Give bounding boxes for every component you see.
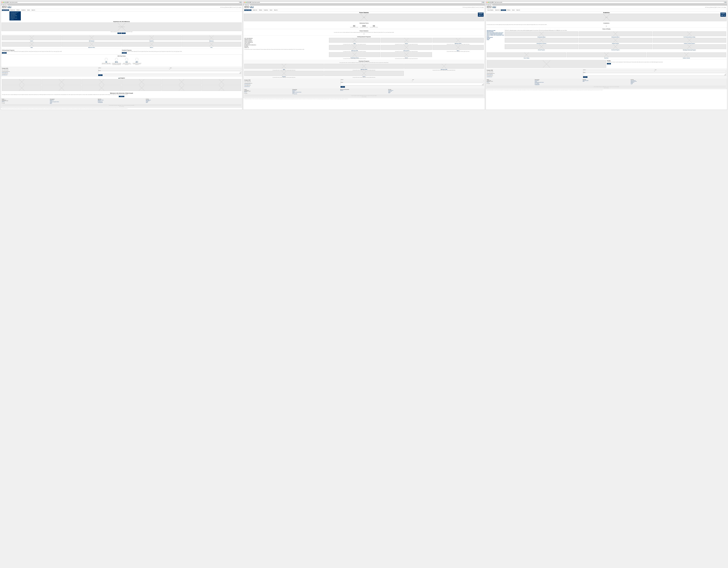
programs-nav-4[interactable]: VISITS & EVENTS	[244, 43, 328, 44]
undergrad-card-admaid[interactable]: Admissions & Aid Lorem ipsum dolor sit a…	[329, 45, 380, 52]
url-bar[interactable]: http://www.usj.edu	[9, 1, 239, 3]
search-button[interactable]: 🔍	[240, 2, 242, 3]
refresh-button[interactable]: ↻	[7, 2, 9, 3]
areas-nav-8[interactable]: LIBRARY	[487, 39, 504, 40]
back-button-2[interactable]: ‹	[247, 2, 248, 3]
instagram-photo-10[interactable]	[162, 85, 201, 91]
nav-athletics-2[interactable]: Athletics	[258, 9, 263, 11]
footer2-graduate[interactable]: Graduate	[292, 91, 340, 92]
undergrad-card-majors[interactable]: Majors Lorem ipsum dolor sit amet, conse…	[432, 45, 484, 52]
resource-card-catalog[interactable]: Course Catalog	[487, 52, 566, 58]
back-button-3[interactable]: ‹	[489, 2, 491, 3]
nav-student-life-1[interactable]: Student Life	[10, 9, 15, 11]
refresh-button-2[interactable]: ↻	[250, 2, 251, 3]
footer3-title-ix[interactable]: Title IX	[631, 84, 678, 84]
footer2-twitter-icon[interactable]: t	[245, 93, 245, 94]
undergrad-card-tuition[interactable]: Tuition and Fees Lorem ipsum dolor sit a…	[381, 45, 432, 52]
footer3-continuing[interactable]: Continuing Undergraduate Students	[535, 82, 582, 83]
footer3-directions[interactable]: Directions	[487, 82, 534, 83]
footer-sitemap[interactable]: Site Map	[146, 101, 193, 102]
nav-student-life-3[interactable]: Student Life	[495, 9, 500, 11]
nav-athletics-1[interactable]: Athletics	[16, 9, 20, 11]
learn-more-circle[interactable]: +	[363, 33, 365, 34]
close-dot-2[interactable]	[244, 2, 245, 3]
programs-nav-7[interactable]: CONTACT US	[244, 47, 328, 48]
footer3-design-center[interactable]: The Design Center	[535, 84, 582, 85]
minimize-dot-2[interactable]	[245, 2, 246, 3]
instagram-photo-5[interactable]	[202, 79, 241, 85]
instagram-photo-9[interactable]	[122, 85, 161, 91]
form-submit-1[interactable]: Submit	[98, 74, 103, 76]
icon-card-appstatus[interactable]: Application Status	[62, 42, 121, 48]
twitter-icon[interactable]: t	[2, 102, 3, 104]
instagram-photo-0[interactable]	[2, 79, 41, 85]
footer2-title-ix[interactable]: Title IX	[388, 93, 436, 93]
icon-card-athletics[interactable]: Athletics	[122, 42, 181, 48]
footer-young-children[interactable]: For Young Children	[98, 101, 145, 102]
footer-campus-dir[interactable]: Campus Directories	[146, 100, 193, 100]
footer-transfer[interactable]: Transfer	[50, 102, 97, 103]
areas-card-ugcert[interactable]: Undergraduate Certificates	[505, 38, 578, 44]
close-dot[interactable]	[2, 2, 2, 3]
grad-card-apply[interactable]: Apply Lorem ipsum dolor sit amet, consec…	[244, 64, 324, 71]
programs-nav-6[interactable]: REGISTRAR	[244, 46, 328, 47]
tab-1[interactable]: A Web Page	[2, 4, 8, 6]
footer-tuition[interactable]: Tuition & Financial Aid	[98, 100, 145, 100]
contact-grad-email-1[interactable]: graduate@usj.edu	[2, 75, 97, 76]
grad-card-programs[interactable]: Programs Lorem ipsum dolor sit amet, con…	[244, 71, 324, 78]
undergrad-card-scholarships[interactable]: Scholarships & Grants Lorem ipsum dolor …	[329, 52, 380, 59]
grad-learn-more[interactable]: Learn More	[122, 52, 127, 54]
footer2-transfer[interactable]: Transfer	[292, 93, 340, 93]
footer3-facebook-icon[interactable]: f	[487, 83, 487, 84]
nav-about-1[interactable]: About Us	[31, 9, 36, 11]
footer2-linkedin-icon[interactable]: in	[247, 93, 247, 94]
instagram-photo-1[interactable]	[42, 79, 81, 85]
footer-design-center[interactable]: The Design Center	[98, 102, 145, 103]
areas-card-ugminors[interactable]: Undergraduate Minors	[579, 31, 652, 37]
programs-nav-5[interactable]: INFORMATION FOR COUNSELORS &	[244, 44, 328, 46]
form-input-3-email[interactable]	[655, 70, 726, 72]
nav-athletics-3[interactable]: Athletics	[507, 9, 511, 11]
nav-alumni-2[interactable]: Alumni	[269, 9, 273, 11]
footer3-online[interactable]: Online Programs	[535, 83, 582, 83]
form-input-2-email[interactable]	[412, 80, 484, 82]
areas-card-ugmajors[interactable]: Undergraduate Majors	[505, 31, 578, 37]
academics-learn-more-circle[interactable]: +	[606, 26, 607, 27]
footer2-campus-dir[interactable]: Campus Directories	[388, 90, 436, 91]
icon-card-news[interactable]: News	[182, 42, 241, 48]
linkedin-icon[interactable]: in	[4, 102, 5, 104]
form-input-email[interactable]	[170, 68, 241, 70]
areas-card-prepro[interactable]: Pre-Professional Areas of Study	[653, 31, 726, 37]
programs-nav-0[interactable]: FIRST-YEAR ADMISSIONS	[244, 38, 328, 39]
nav-future-students-2[interactable]: Future Students	[244, 9, 251, 11]
areas-card-grad[interactable]: Graduate Programs	[579, 38, 652, 44]
youtube-icon[interactable]: y	[3, 102, 4, 104]
refresh-button-3[interactable]: ↻	[492, 2, 493, 3]
nav-alumni-1[interactable]: Alumni	[27, 9, 30, 11]
faculty-view-all[interactable]: View All	[607, 63, 611, 64]
instagram-photo-7[interactable]	[42, 85, 81, 91]
footer3-tuition[interactable]: Tuition & Financial Aid	[583, 80, 630, 81]
areas-card-accelerated[interactable]: Accelerated Programs	[579, 44, 652, 51]
form-submit-3[interactable]: Submit	[583, 76, 587, 78]
grad-card-visit[interactable]: Visit Us Lorem ipsum dolor sit amet, con…	[324, 71, 404, 78]
instagram-photo-11[interactable]	[202, 85, 241, 91]
resource-card-bookstore[interactable]: Book Store	[567, 52, 646, 58]
form-submit-2[interactable]: Submit	[341, 86, 345, 88]
nav-academics-2[interactable]: Academics	[263, 9, 268, 11]
footer2-youtube-icon[interactable]: y	[246, 93, 246, 94]
tab-2[interactable]: A Web Page	[244, 4, 250, 6]
close-dot-3[interactable]	[486, 2, 487, 3]
areas-nav-4[interactable]: SCHOOL OF PHARMACY AND PHYSICIAN ASSISTA…	[487, 35, 504, 36]
nav-alumni-3[interactable]: Alumni	[512, 9, 515, 11]
forward-button-2[interactable]: ›	[248, 2, 249, 3]
footer3-graduate[interactable]: Graduate	[535, 81, 582, 82]
icon-card-viewbook[interactable]: USJ Viewbook	[62, 35, 121, 41]
footer-directions-link[interactable]: Directions	[2, 101, 49, 102]
undergrad-learn-more[interactable]: Learn More	[2, 52, 7, 54]
footer-title-ix[interactable]: Title IX	[146, 102, 193, 103]
footer2-future-students[interactable]: Future Students	[292, 90, 340, 91]
contact-undergrad-email-3[interactable]: admissions@usj.edu	[487, 74, 582, 75]
icon-card-apply[interactable]: Apply	[2, 42, 61, 48]
contact-grad-email-3[interactable]: graduate@usj.edu	[487, 76, 582, 78]
